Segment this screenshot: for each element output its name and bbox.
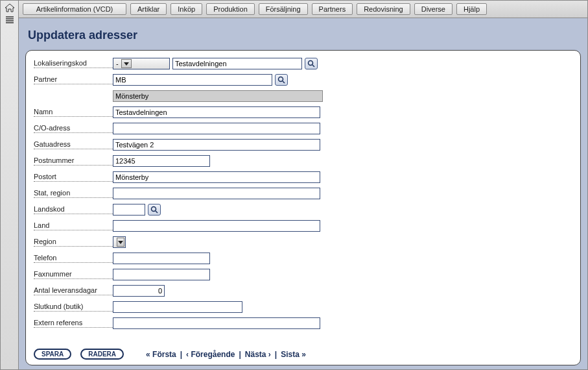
- region-label: Region: [34, 238, 113, 247]
- partner-label: Partner: [34, 75, 113, 84]
- svg-point-4: [309, 61, 313, 66]
- lokaliseringskod-select[interactable]: -: [113, 58, 170, 69]
- home-icon[interactable]: [5, 3, 15, 12]
- menu-bar: Artikelinformation (VCD) Artiklar Inköp …: [19, 1, 587, 18]
- partner-lookup-button[interactable]: [275, 74, 288, 86]
- slutkund-label: Slutkund (butik): [34, 302, 113, 312]
- co-label: C/O-adress: [34, 124, 113, 133]
- menu-diverse[interactable]: Diverse: [414, 3, 453, 15]
- chevron-down-icon: [121, 59, 132, 68]
- postort-input[interactable]: [113, 171, 320, 183]
- lokaliseringskod-select-value: -: [116, 60, 119, 68]
- menu-forsaljning[interactable]: Försäljning: [259, 3, 308, 15]
- list-icon[interactable]: [5, 16, 14, 24]
- menu-artiklar[interactable]: Artiklar: [130, 3, 167, 15]
- form-panel: Lokaliseringskod - Partner: [25, 50, 581, 365]
- svg-line-9: [156, 211, 158, 213]
- form-footer: SPARA RADERA « Första | ‹ Föregående | N…: [34, 343, 572, 360]
- search-icon: [150, 206, 158, 214]
- menu-hjalp[interactable]: Hjälp: [456, 3, 487, 15]
- main-area: Artikelinformation (VCD) Artiklar Inköp …: [19, 1, 587, 369]
- pager: « Första | ‹ Föregående | Nästa › | Sist…: [146, 350, 306, 359]
- pager-first[interactable]: « Första: [146, 350, 176, 359]
- pager-last[interactable]: Sista »: [281, 350, 306, 359]
- levdagar-input[interactable]: [113, 285, 165, 297]
- svg-line-7: [283, 81, 285, 83]
- telefon-input[interactable]: [113, 253, 210, 264]
- slutkund-input[interactable]: [113, 301, 242, 313]
- search-icon: [277, 76, 285, 84]
- delete-button[interactable]: RADERA: [80, 349, 124, 360]
- telefon-label: Telefon: [34, 254, 113, 263]
- postnr-label: Postnummer: [34, 156, 113, 166]
- menu-partners[interactable]: Partners: [312, 3, 353, 15]
- partner-input[interactable]: [113, 74, 272, 86]
- menu-artikelinformation[interactable]: Artikelinformation (VCD): [23, 3, 126, 15]
- namn-input[interactable]: [113, 106, 320, 118]
- menu-inkop[interactable]: Inköp: [171, 3, 202, 15]
- stat-input[interactable]: [113, 188, 320, 199]
- search-icon: [307, 60, 315, 68]
- region-select[interactable]: [113, 236, 126, 248]
- landskod-lookup-button[interactable]: [148, 204, 161, 216]
- app-root: Artikelinformation (VCD) Artiklar Inköp …: [0, 0, 588, 370]
- chevron-down-icon: [117, 238, 124, 247]
- page-title: Uppdatera adresser: [19, 18, 587, 50]
- land-label: Land: [34, 221, 113, 230]
- gatu-label: Gatuadress: [34, 140, 113, 149]
- extref-label: Extern referens: [34, 319, 113, 328]
- pager-prev[interactable]: ‹ Föregående: [186, 350, 235, 359]
- postnr-input[interactable]: [113, 155, 210, 167]
- partner-resolved: Mönsterby: [113, 90, 323, 102]
- menu-redovisning[interactable]: Redovisning: [357, 3, 410, 15]
- landskod-input[interactable]: [113, 204, 145, 216]
- lokaliseringskod-lookup-button[interactable]: [305, 58, 318, 69]
- stat-label: Stat, region: [34, 189, 113, 198]
- namn-label: Namn: [34, 108, 113, 117]
- left-rail: [1, 1, 19, 369]
- levdagar-label: Antal leveransdagar: [34, 286, 113, 295]
- extref-input[interactable]: [113, 317, 320, 329]
- fax-input[interactable]: [113, 269, 210, 280]
- postort-label: Postort: [34, 173, 113, 182]
- co-input[interactable]: [113, 123, 320, 134]
- lokaliseringskod-label: Lokaliseringskod: [34, 59, 113, 68]
- land-input[interactable]: [113, 220, 320, 232]
- pager-next[interactable]: Nästa ›: [245, 350, 271, 359]
- menu-produktion[interactable]: Produktion: [206, 3, 255, 15]
- lokaliseringskod-input[interactable]: [172, 58, 302, 69]
- fax-label: Faxnummer: [34, 270, 113, 279]
- landskod-label: Landskod: [34, 205, 113, 214]
- svg-point-6: [279, 77, 283, 82]
- svg-point-8: [152, 207, 156, 212]
- save-button[interactable]: SPARA: [34, 349, 71, 360]
- svg-line-5: [312, 65, 314, 67]
- gatu-input[interactable]: [113, 139, 320, 151]
